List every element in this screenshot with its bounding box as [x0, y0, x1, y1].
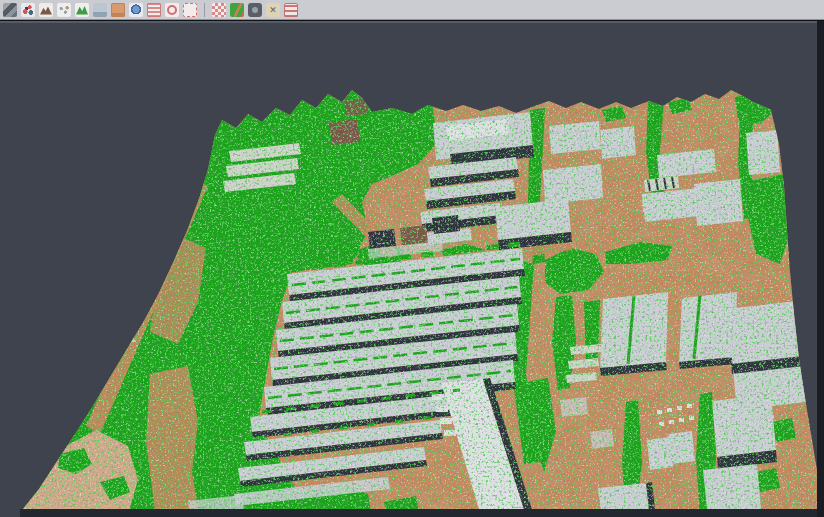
camera-icon[interactable]	[248, 3, 262, 17]
classification-view-icon[interactable]	[230, 3, 244, 17]
rotate-region-icon[interactable]	[165, 3, 179, 17]
application-window	[0, 0, 824, 517]
navigation-tool-icon[interactable]	[3, 3, 17, 17]
toolbar-separator	[204, 3, 205, 17]
sparse-cloud-icon[interactable]	[57, 3, 71, 17]
measure-icon[interactable]	[284, 3, 298, 17]
resize-region-icon[interactable]	[183, 3, 197, 17]
crop-selection-icon[interactable]	[212, 3, 226, 17]
region-icon[interactable]	[147, 3, 161, 17]
tiled-model-icon[interactable]	[111, 3, 125, 17]
window-bottom-edge	[20, 509, 824, 517]
3d-viewport[interactable]	[0, 21, 824, 517]
model-icon[interactable]	[93, 3, 107, 17]
dense-cloud-icon[interactable]	[39, 3, 53, 17]
marker-icon[interactable]	[266, 3, 280, 17]
main-toolbar	[0, 0, 824, 20]
terrain-tile	[0, 82, 824, 517]
orthomosaic-globe-icon[interactable]	[129, 3, 143, 17]
window-right-edge	[817, 21, 824, 517]
dem-surface-icon[interactable]	[75, 3, 89, 17]
point-cloud-canvas[interactable]	[0, 23, 824, 517]
speckle-noise-layer	[0, 82, 824, 517]
tie-points-icon[interactable]	[21, 3, 35, 17]
